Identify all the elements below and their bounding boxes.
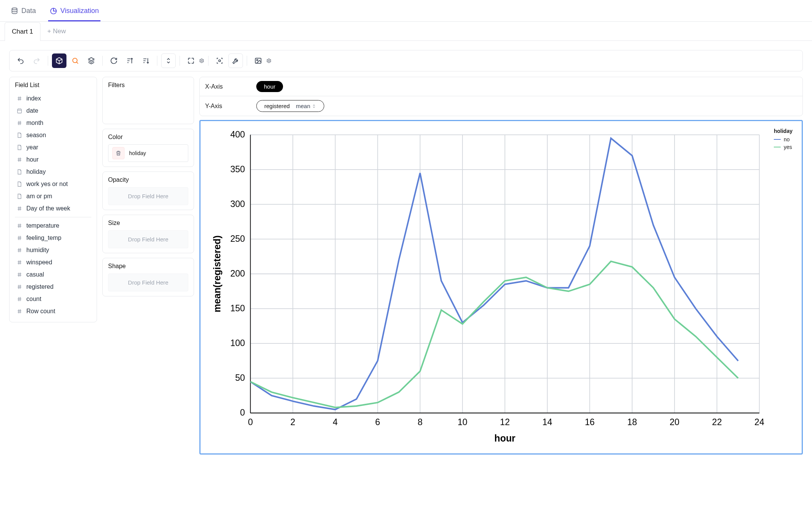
legend-item[interactable]: yes [774,144,793,150]
toolbar-separator [157,56,157,66]
field-item[interactable]: Row count [15,305,91,317]
chevrons-vertical-icon [312,104,316,108]
field-label: Row count [26,308,55,315]
field-item[interactable]: date [15,105,91,117]
svg-text:12: 12 [500,417,510,427]
field-item[interactable]: registered [15,281,91,293]
field-label: temperature [26,222,59,229]
tab-data[interactable]: Data [9,4,37,21]
toolbar-separator [102,56,103,66]
tab-chart-1[interactable]: Chart 1 [5,22,40,41]
tab-visualization[interactable]: Visualization [48,4,100,21]
cube-icon [55,57,63,65]
field-item[interactable]: am or pm [15,190,91,202]
field-item[interactable]: hour [15,154,91,166]
field-item[interactable]: winspeed [15,256,91,269]
wrench-icon [232,57,239,65]
field-item[interactable]: season [15,129,91,141]
undo-button[interactable] [13,53,28,68]
image-button[interactable] [251,53,265,68]
redo-button[interactable] [29,53,44,68]
svg-rect-7 [18,109,22,113]
color-field-chip[interactable]: holiday [108,144,188,162]
field-label: index [26,95,41,102]
add-chart-button[interactable]: + New [44,22,69,40]
field-item[interactable]: casual [15,269,91,281]
field-item[interactable]: month [15,117,91,129]
y-axis-row: Y-Axis registered mean [200,96,802,116]
y-axis-field: registered [264,103,290,109]
gear-icon[interactable] [199,58,204,63]
x-axis-field-pill[interactable]: hour [256,81,283,92]
svg-text:22: 22 [712,417,722,427]
toolbar [9,50,803,71]
fullscreen-button[interactable] [184,53,198,68]
toolbar-separator [180,56,180,66]
chart-area: X-Axis hour Y-Axis registered mean [199,77,803,455]
legend-item[interactable]: no [774,136,793,142]
trash-icon [115,150,121,156]
field-item[interactable]: feeling_temp [15,232,91,244]
svg-text:400: 400 [230,129,245,139]
field-item[interactable]: year [15,141,91,154]
legend-label: no [784,136,790,142]
svg-text:0: 0 [248,417,253,427]
toolbar-separator [208,56,209,66]
svg-text:2: 2 [290,417,295,427]
chart-plot[interactable]: 0501001502002503003504000246810121416182… [210,128,766,448]
undo-icon [17,57,24,65]
remove-color-button[interactable] [112,147,125,159]
svg-text:200: 200 [230,269,245,278]
svg-text:150: 150 [230,303,245,313]
shape-drop-zone[interactable]: Drop Field Here [108,273,188,291]
field-item[interactable]: count [15,293,91,305]
x-axis-row: X-Axis hour [200,77,802,96]
scan-button[interactable] [212,53,227,68]
sort-desc-button[interactable] [139,53,153,68]
y-axis-label: Y-Axis [205,103,247,110]
filters-title: Filters [108,82,188,89]
svg-text:20: 20 [670,417,679,427]
tab-data-label: Data [21,7,36,15]
svg-text:18: 18 [627,417,637,427]
field-item[interactable]: work yes or not [15,178,91,190]
sort-asc-button[interactable] [123,53,137,68]
filters-panel: Filters [102,77,194,124]
layers-icon [87,57,95,65]
expand-y-button[interactable] [161,53,176,68]
field-label: am or pm [26,193,52,200]
opacity-title: Opacity [108,176,188,183]
refresh-icon [110,57,118,65]
field-label: month [26,120,43,126]
svg-point-2 [201,60,202,61]
field-label: year [26,144,38,151]
field-item[interactable]: Day of the week [15,202,91,215]
field-label: feeling_temp [26,235,61,241]
legend-swatch [774,147,781,147]
gear-icon[interactable] [266,58,272,63]
cube-button[interactable] [52,53,66,68]
field-item[interactable]: humidity [15,244,91,256]
y-axis-field-pill[interactable]: registered mean [256,100,324,112]
size-title: Size [108,220,188,227]
svg-text:16: 16 [585,417,595,427]
size-drop-zone[interactable]: Drop Field Here [108,230,188,248]
wrench-button[interactable] [228,53,243,68]
sort-asc-icon [126,57,134,65]
field-item[interactable]: holiday [15,166,91,178]
y-axis-agg[interactable]: mean [296,103,317,109]
tab-visualization-label: Visualization [60,7,99,15]
svg-text:350: 350 [230,164,245,174]
refresh-button[interactable] [107,53,121,68]
field-label: Day of the week [26,205,70,212]
search-button[interactable] [68,53,82,68]
field-label: count [26,296,41,303]
field-item[interactable]: temperature [15,220,91,232]
svg-point-3 [219,60,221,62]
opacity-drop-zone[interactable]: Drop Field Here [108,187,188,205]
filters-drop-zone[interactable] [108,92,188,119]
svg-point-5 [257,60,258,61]
field-label: season [26,132,46,139]
field-item[interactable]: index [15,92,91,105]
layers-button[interactable] [84,53,99,68]
